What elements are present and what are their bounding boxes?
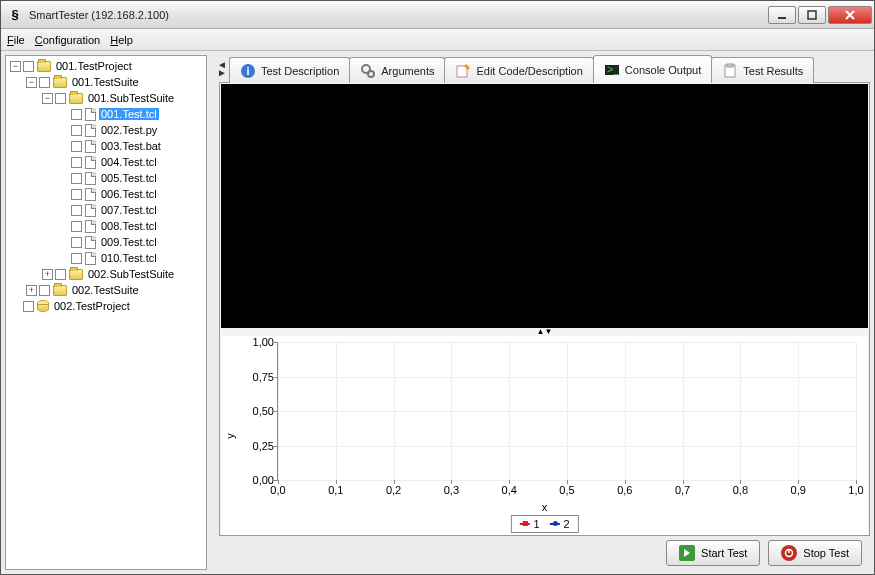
app-window: § SmartTester (192.168.2.100) File Confi… <box>0 0 875 575</box>
file-icon <box>85 220 96 233</box>
checkbox[interactable] <box>55 93 66 104</box>
checkbox[interactable] <box>71 157 82 168</box>
window-title: SmartTester (192.168.2.100) <box>29 9 169 21</box>
tab-scroll-arrows[interactable]: ◄► <box>217 61 227 77</box>
checkbox[interactable] <box>71 253 82 264</box>
minimize-button[interactable] <box>768 6 796 24</box>
tree-node-file[interactable]: 006.Test.tcl <box>6 186 206 202</box>
tree-node-project[interactable]: 002.TestProject <box>6 298 206 314</box>
close-button[interactable] <box>828 6 872 24</box>
checkbox[interactable] <box>39 285 50 296</box>
checkbox[interactable] <box>55 269 66 280</box>
checkbox[interactable] <box>39 77 50 88</box>
file-icon <box>85 124 96 137</box>
tree-node-suite[interactable]: −001.TestSuite <box>6 74 206 90</box>
checkbox[interactable] <box>23 301 34 312</box>
checkbox[interactable] <box>71 205 82 216</box>
chart-legend: 1 2 <box>510 515 578 533</box>
checkbox[interactable] <box>71 109 82 120</box>
svg-text:>_: >_ <box>607 63 620 75</box>
y-tick: 1,00 <box>242 336 274 348</box>
tab-test-description[interactable]: iTest Description <box>229 57 350 83</box>
x-tick: 0,7 <box>675 484 690 496</box>
y-tick: 0,00 <box>242 474 274 486</box>
maximize-button[interactable] <box>798 6 826 24</box>
client-area: −001.TestProject −001.TestSuite −001.Sub… <box>1 51 874 574</box>
info-icon: i <box>240 63 256 79</box>
x-tick: 0,9 <box>791 484 806 496</box>
stop-icon <box>781 545 797 561</box>
svg-rect-8 <box>457 66 467 77</box>
tab-arguments[interactable]: Arguments <box>349 57 445 83</box>
checkbox[interactable] <box>71 189 82 200</box>
tree-node-suite[interactable]: +002.TestSuite <box>6 282 206 298</box>
tree-node-file[interactable]: 002.Test.py <box>6 122 206 138</box>
plot-area: 0,000,250,500,751,000,00,10,20,30,40,50,… <box>277 342 856 481</box>
tree-node-project[interactable]: −001.TestProject <box>6 58 206 74</box>
tree-node-file[interactable]: 005.Test.tcl <box>6 170 206 186</box>
vertical-splitter[interactable] <box>211 55 215 570</box>
titlebar[interactable]: § SmartTester (192.168.2.100) <box>1 1 874 29</box>
checkbox[interactable] <box>71 125 82 136</box>
tree-node-file[interactable]: 008.Test.tcl <box>6 218 206 234</box>
collapse-icon[interactable]: − <box>26 77 37 88</box>
tree-panel[interactable]: −001.TestProject −001.TestSuite −001.Sub… <box>5 55 207 570</box>
tab-test-results[interactable]: Test Results <box>711 57 814 83</box>
start-test-button[interactable]: Start Test <box>666 540 760 566</box>
tree-node-file[interactable]: 001.Test.tcl <box>6 106 206 122</box>
checkbox[interactable] <box>71 221 82 232</box>
app-icon: § <box>7 7 23 23</box>
tree-node-file[interactable]: 004.Test.tcl <box>6 154 206 170</box>
folder-icon <box>69 269 83 280</box>
svg-rect-13 <box>727 64 733 67</box>
stop-test-button[interactable]: Stop Test <box>768 540 862 566</box>
menu-file[interactable]: File <box>7 34 25 46</box>
file-icon <box>85 156 96 169</box>
expand-icon[interactable]: + <box>42 269 53 280</box>
tab-edit-code[interactable]: Edit Code/Description <box>444 57 593 83</box>
menu-help[interactable]: Help <box>110 34 133 46</box>
tabstrip: ◄► iTest Description Arguments Edit Code… <box>219 55 870 83</box>
console-output[interactable] <box>221 84 868 328</box>
tree-node-file[interactable]: 007.Test.tcl <box>6 202 206 218</box>
series-swatch-icon <box>550 523 560 525</box>
expand-icon[interactable]: + <box>26 285 37 296</box>
tree-node-subsuite[interactable]: −001.SubTestSuite <box>6 90 206 106</box>
clipboard-icon <box>722 63 738 79</box>
y-tick: 0,75 <box>242 371 274 383</box>
collapse-icon[interactable]: − <box>42 93 53 104</box>
file-icon <box>85 204 96 217</box>
footer: Start Test Stop Test <box>219 536 870 570</box>
tree-node-file[interactable]: 009.Test.tcl <box>6 234 206 250</box>
console-icon: >_ <box>604 62 620 78</box>
svg-text:i: i <box>246 65 249 77</box>
collapse-icon[interactable]: − <box>10 61 21 72</box>
checkbox[interactable] <box>71 141 82 152</box>
file-icon <box>85 140 96 153</box>
x-tick: 0,3 <box>444 484 459 496</box>
folder-icon <box>37 61 51 72</box>
tree-node-subsuite[interactable]: +002.SubTestSuite <box>6 266 206 282</box>
x-tick: 0,5 <box>559 484 574 496</box>
menu-configuration[interactable]: Configuration <box>35 34 100 46</box>
file-icon <box>85 172 96 185</box>
file-icon <box>85 252 96 265</box>
database-icon <box>37 300 49 312</box>
checkbox[interactable] <box>23 61 34 72</box>
folder-icon <box>53 77 67 88</box>
checkbox[interactable] <box>71 237 82 248</box>
y-tick: 0,50 <box>242 405 274 417</box>
svg-point-7 <box>368 71 374 77</box>
tab-console-output[interactable]: >_Console Output <box>593 55 712 83</box>
checkbox[interactable] <box>71 173 82 184</box>
x-tick: 0,4 <box>502 484 517 496</box>
chart-area[interactable]: y 0,000,250,500,751,000,00,10,20,30,40,5… <box>221 336 868 535</box>
tree-node-file[interactable]: 010.Test.tcl <box>6 250 206 266</box>
x-axis-label: x <box>542 501 548 513</box>
x-tick: 0,8 <box>733 484 748 496</box>
folder-icon <box>69 93 83 104</box>
tree-node-file[interactable]: 003.Test.bat <box>6 138 206 154</box>
right-panel: ◄► iTest Description Arguments Edit Code… <box>219 55 870 570</box>
folder-icon <box>53 285 67 296</box>
horizontal-splitter[interactable]: ▲▼ <box>220 329 869 335</box>
